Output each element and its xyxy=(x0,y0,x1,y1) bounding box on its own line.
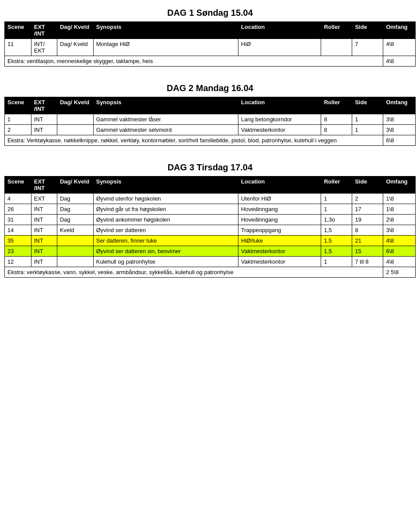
table-cell: INT xyxy=(31,114,57,125)
dag2-header-scene: Scene xyxy=(5,97,32,114)
dag3-header-roller: Roller xyxy=(321,176,352,194)
dag3-header-scene: Scene xyxy=(5,176,32,194)
table-cell: Dag xyxy=(57,194,93,204)
dag2-header-location: Location xyxy=(238,97,321,114)
table-cell: INT xyxy=(31,125,57,135)
table-cell: 3\8 xyxy=(383,125,416,135)
dag3-header-dag: Dag/ Kveld xyxy=(57,176,93,194)
extra-text: Ekstra: ventilasjon, menneskelige skygge… xyxy=(5,56,383,67)
table-cell: INT xyxy=(31,215,57,225)
table-cell: Montage HiØ xyxy=(93,39,238,56)
extra-row: Ekstra: Verktøykasse, nøkkelknippe, nøkk… xyxy=(5,135,416,146)
table-cell: INT xyxy=(31,204,57,215)
table-cell: Ser datteren, finner luke xyxy=(93,236,238,246)
extra-omfang: 2 5\8 xyxy=(383,267,416,278)
table-cell: 11 xyxy=(5,39,32,56)
dag3-section: DAG 3 Tirsdag 17.04 Scene EXT /INT Dag/ … xyxy=(4,159,416,278)
table-row: 4EXTDagØyvind utenfor høgskolenUtenfor H… xyxy=(5,194,416,204)
table-cell: Hovedinngang xyxy=(238,215,321,225)
table-cell: 1,5 xyxy=(321,225,352,236)
dag2-header-roller: Roller xyxy=(321,97,352,114)
dag3-header-ext: EXT /INT xyxy=(31,176,57,194)
table-cell: 6\8 xyxy=(383,246,416,257)
table-cell: 1 xyxy=(321,194,352,204)
table-cell: 8 xyxy=(352,225,383,236)
dag1-header-synopsis: Synopsis xyxy=(93,22,238,39)
table-cell: 14 xyxy=(5,225,32,236)
table-cell: Øyvind ankommer høgskolen xyxy=(93,215,238,225)
table-cell: Øyvind ser datteren xyxy=(93,225,238,236)
table-cell: HiØ xyxy=(238,39,321,56)
table-cell: 4\8 xyxy=(383,39,416,56)
table-cell: Utenfor HiØ xyxy=(238,194,321,204)
dag1-table: Scene EXT /INT Dag/ Kveld Synopsis Locat… xyxy=(4,21,416,67)
table-cell: Dag/ Kveld xyxy=(57,39,93,56)
table-cell xyxy=(57,257,93,267)
table-cell: Øyvind utenfor høgskolen xyxy=(93,194,238,204)
table-cell: 2 xyxy=(5,125,32,135)
table-cell: Dag xyxy=(57,215,93,225)
table-cell: 17 xyxy=(352,204,383,215)
table-row: 14INTKveldØyvind ser datterenTrappeoppga… xyxy=(5,225,416,236)
table-row: 12INTKulehull og patronhylseVaktmesterko… xyxy=(5,257,416,267)
extra-omfang: 6\8 xyxy=(383,135,416,146)
table-cell xyxy=(57,246,93,257)
extra-text: Ekstra: Verktøykasse, nøkkelknippe, nøkk… xyxy=(5,135,383,146)
table-cell xyxy=(57,114,93,125)
table-cell xyxy=(57,236,93,246)
table-cell: 7 xyxy=(352,39,383,56)
dag1-header-dag: Dag/ Kveld xyxy=(57,22,93,39)
table-row: 2INTGammel vaktmester selvmordVaktmester… xyxy=(5,125,416,135)
dag2-section: DAG 2 Mandag 16.04 Scene EXT /INT Dag/ K… xyxy=(4,80,416,146)
table-cell: Lang betongkorridor xyxy=(238,114,321,125)
table-cell: 1 xyxy=(352,114,383,125)
table-cell: Hovedinngang xyxy=(238,204,321,215)
table-cell: 12 xyxy=(5,257,32,267)
table-cell: INT xyxy=(31,257,57,267)
dag2-title: DAG 2 Mandag 16.04 xyxy=(4,80,416,97)
table-row: 31INTDagØyvind ankommer høgskolenHovedin… xyxy=(5,215,416,225)
table-cell: 1 xyxy=(352,125,383,135)
table-cell: INT xyxy=(31,246,57,257)
dag2-header-dag: Dag/ Kveld xyxy=(57,97,93,114)
table-cell: 3\8 xyxy=(383,225,416,236)
extra-omfang: 4\8 xyxy=(383,56,416,67)
table-cell: Vaktmesterkontor xyxy=(238,246,321,257)
table-cell: 1\8 xyxy=(383,194,416,204)
table-cell: EXT xyxy=(31,194,57,204)
table-cell: 26 xyxy=(5,204,32,215)
dag3-header-omfang: Omfang xyxy=(383,176,416,194)
extra-text: Ekstra: verktøykasse, vann, sykkel, vesk… xyxy=(5,267,383,278)
table-cell: 1 xyxy=(321,204,352,215)
dag1-header-ext: EXT /INT xyxy=(31,22,57,39)
dag3-header-location: Location xyxy=(238,176,321,194)
table-cell: 4\8 xyxy=(383,236,416,246)
dag2-header-omfang: Omfang xyxy=(383,97,416,114)
table-row: 23INTØyvind ser datteren sin, besvimerVa… xyxy=(5,246,416,257)
dag1-header-side: Side xyxy=(352,22,383,39)
table-cell: Trappeoppgang xyxy=(238,225,321,236)
dag1-header-location: Location xyxy=(238,22,321,39)
table-cell: INT xyxy=(31,236,57,246)
dag3-title: DAG 3 Tirsdag 17.04 xyxy=(4,159,416,176)
table-cell: 8 xyxy=(321,114,352,125)
table-cell: 21 xyxy=(352,236,383,246)
table-cell: 1 xyxy=(321,257,352,267)
table-cell: Øyvind ser datteren sin, besvimer xyxy=(93,246,238,257)
table-row: 26INTDagØyvind går ut fra høgskolenHoved… xyxy=(5,204,416,215)
table-cell xyxy=(321,39,352,56)
dag3-table: Scene EXT /INT Dag/ Kveld Synopsis Locat… xyxy=(4,176,416,278)
table-cell: 2\8 xyxy=(383,215,416,225)
table-cell: 1,5 xyxy=(321,246,352,257)
dag2-table: Scene EXT /INT Dag/ Kveld Synopsis Locat… xyxy=(4,97,416,146)
table-cell: 15 xyxy=(352,246,383,257)
table-cell: 23 xyxy=(5,246,32,257)
dag1-section: DAG 1 Søndag 15.04 Scene EXT /INT Dag/ K… xyxy=(4,4,416,67)
extra-row: Ekstra: verktøykasse, vann, sykkel, vesk… xyxy=(5,267,416,278)
table-cell: Gammel vaktmester låser xyxy=(93,114,238,125)
table-cell: 1,5 xyxy=(321,236,352,246)
table-cell: 35 xyxy=(5,236,32,246)
table-cell: 1 xyxy=(5,114,32,125)
table-cell xyxy=(57,125,93,135)
dag3-header-synopsis: Synopsis xyxy=(93,176,238,194)
